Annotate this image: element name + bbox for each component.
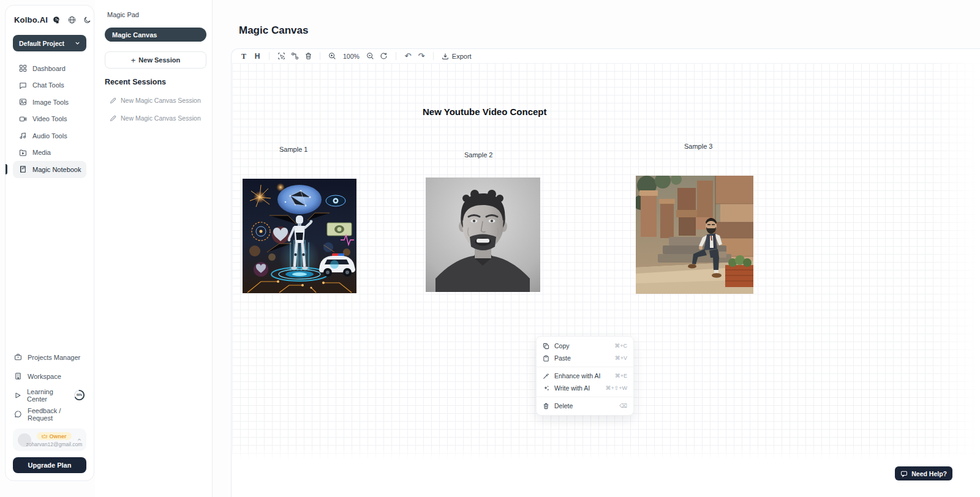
need-help-label: Need Help?: [911, 470, 947, 477]
sidebar-item-image-tools[interactable]: Image Tools: [13, 94, 86, 111]
text-tool-glyph: T: [241, 53, 246, 60]
sample-1-image[interactable]: ¥: [243, 179, 356, 293]
user-account-card[interactable]: Owner zoharvan12@gmail.com: [13, 428, 86, 451]
context-menu-item-delete[interactable]: Delete ⌫: [537, 400, 633, 412]
context-menu-divider: [537, 397, 633, 397]
dark-mode-moon-icon[interactable]: [83, 16, 91, 24]
session-list-item[interactable]: New Magic Canvas Session: [105, 97, 206, 104]
sidebar-item-audio-tools[interactable]: Audio Tools: [13, 127, 86, 144]
canvas-fade-right: [931, 63, 980, 460]
project-selector[interactable]: Default Project: [13, 35, 86, 51]
context-menu-item-paste[interactable]: Paste ⌘+V: [537, 352, 633, 364]
role-badge: Owner: [37, 432, 71, 440]
crown-icon: [42, 434, 47, 439]
sample-3-label[interactable]: Sample 3: [684, 143, 712, 150]
building-icon: [14, 372, 22, 380]
language-globe-icon[interactable]: [68, 16, 76, 24]
context-menu-item-copy[interactable]: Copy ⌘+C: [537, 340, 633, 352]
reset-view-button[interactable]: [378, 50, 390, 62]
context-menu: Copy ⌘+C Paste ⌘+V Enhance with AI ⌘+E W…: [536, 336, 634, 416]
chat-icon: [19, 81, 27, 89]
shortcut-hint: ⌘+⇧+W: [605, 385, 627, 391]
play-icon: [14, 392, 21, 399]
session-list-item[interactable]: New Magic Canvas Session: [105, 114, 206, 122]
recent-sessions-heading: Recent Sessions: [105, 78, 206, 86]
briefcase-icon: [14, 353, 22, 361]
sidebar-item-learning-center[interactable]: Learning Center 66%: [13, 386, 86, 405]
canvas-fade-bottom: [232, 447, 980, 460]
brand-row: Kolbo.AI: [13, 14, 86, 24]
undo-button[interactable]: ↶: [402, 50, 414, 62]
sidebar-item-label: Video Tools: [32, 115, 67, 122]
sample-2-label[interactable]: Sample 2: [464, 151, 492, 159]
sidebar-item-label: Magic Notebook: [32, 166, 81, 173]
sample-1-label[interactable]: Sample 1: [279, 146, 307, 153]
shortcut-hint: ⌘+C: [614, 343, 627, 349]
download-icon: [442, 53, 449, 60]
video-icon: [19, 115, 27, 123]
redo-button[interactable]: ↷: [415, 50, 428, 62]
heading-tool-button[interactable]: H: [251, 50, 263, 62]
context-menu-label: Paste: [554, 354, 571, 362]
sidebar-item-label: Feedback / Request: [28, 407, 85, 422]
toolbar-divider: [320, 52, 320, 60]
context-menu-item-enhance-with-ai[interactable]: Enhance with AI ⌘+E: [537, 370, 633, 382]
upgrade-plan-button[interactable]: Upgrade Plan: [13, 457, 86, 473]
trash-icon: [543, 403, 549, 409]
sidebar: Kolbo.AI Default Project Dashboard Chat …: [5, 5, 94, 481]
export-button[interactable]: Export: [439, 53, 474, 60]
new-session-label: New Session: [138, 56, 180, 64]
pencil-icon: [110, 97, 116, 104]
user-meta: Owner zoharvan12@gmail.com: [36, 432, 73, 447]
magic-pad-tab[interactable]: Magic Pad: [105, 10, 206, 20]
sidebar-item-label: Chat Tools: [32, 81, 64, 89]
delete-tool-button[interactable]: [302, 50, 314, 62]
new-session-button[interactable]: + New Session: [105, 51, 206, 69]
canvas-toolbar: T H 100% ↶ ↷ Export: [232, 49, 980, 63]
sidebar-nav: Dashboard Chat Tools Image Tools Video T…: [13, 60, 86, 178]
context-menu-label: Copy: [554, 342, 570, 349]
select-area-tool-button[interactable]: [275, 50, 287, 62]
media-folder-icon: [19, 149, 27, 157]
sidebar-item-dashboard[interactable]: Dashboard: [13, 60, 86, 77]
sidebar-bottom: Projects Manager Workspace Learning Cent…: [13, 348, 86, 473]
brand-logo-text: Kolbo.AI: [14, 15, 48, 24]
user-email: zoharvan12@gmail.com: [26, 441, 83, 447]
role-badge-label: Owner: [49, 433, 66, 439]
zoom-level-indicator[interactable]: 100%: [339, 53, 363, 60]
need-help-button[interactable]: Need Help?: [895, 466, 952, 480]
zoom-out-button[interactable]: [364, 50, 377, 62]
learning-progress-ring: 66%: [74, 389, 85, 401]
context-menu-item-write-with-ai[interactable]: Write with AI ⌘+⇧+W: [537, 382, 633, 394]
sample-3-image[interactable]: [636, 176, 753, 294]
toolbar-divider: [396, 52, 396, 60]
sidebar-item-video-tools[interactable]: Video Tools: [13, 111, 86, 128]
context-menu-divider: [537, 367, 633, 367]
sidebar-item-label: Projects Manager: [28, 354, 80, 361]
sidebar-item-magic-notebook[interactable]: Magic Notebook: [13, 161, 86, 178]
undo-icon: ↶: [404, 52, 411, 60]
sidebar-item-chat-tools[interactable]: Chat Tools: [13, 77, 86, 94]
chevron-down-icon: [75, 40, 80, 46]
sidebar-item-feedback[interactable]: Feedback / Request: [13, 405, 86, 424]
connector-tool-button[interactable]: [288, 50, 301, 62]
sidebar-item-workspace[interactable]: Workspace: [13, 367, 86, 386]
canvas-title-text[interactable]: New Youtube Video Concept: [423, 106, 547, 117]
pencil-icon: [110, 115, 116, 122]
context-menu-label: Enhance with AI: [554, 372, 600, 379]
magic-canvas-tab-selected[interactable]: Magic Canvas: [105, 28, 206, 42]
export-label: Export: [452, 53, 472, 60]
sidebar-item-media[interactable]: Media: [13, 144, 86, 162]
image-icon: [19, 98, 27, 106]
context-menu-label: Delete: [554, 402, 573, 409]
chevron-up-icon: [77, 438, 81, 442]
zoom-in-button[interactable]: [326, 50, 338, 62]
sidebar-item-projects-manager[interactable]: Projects Manager: [13, 348, 86, 367]
heading-tool-glyph: H: [255, 53, 260, 60]
project-selector-label: Default Project: [19, 40, 64, 47]
feedback-bubble-icon: [14, 410, 22, 418]
brain-head-logo-icon: [51, 15, 61, 24]
text-tool-button[interactable]: T: [238, 50, 250, 62]
sample-2-image[interactable]: [426, 177, 540, 292]
app-root: { "brand": { "name": "Kolbo.AI" }, "side…: [0, 0, 980, 497]
